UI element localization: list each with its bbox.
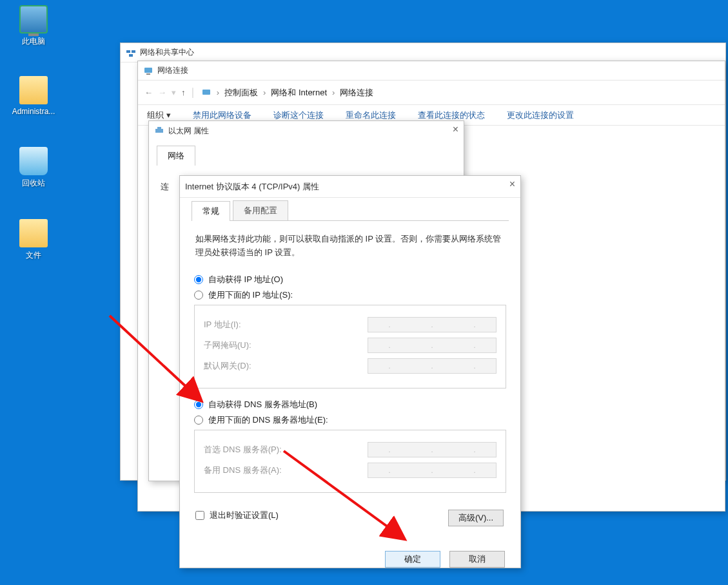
titlebar[interactable]: 网络连接 — [138, 61, 725, 81]
radio-ip-manual-label: 使用下面的 IP 地址(S): — [208, 289, 293, 301]
app-icon — [143, 66, 153, 76]
svg-rect-2 — [129, 54, 133, 57]
folder-icon — [19, 76, 48, 104]
desktop-icon-admin[interactable]: Administra... — [8, 76, 59, 116]
bc-network-internet[interactable]: 网络和 Internet — [271, 87, 327, 99]
svg-rect-0 — [126, 50, 130, 53]
adapter-icon — [154, 126, 164, 136]
radio-dns-auto-label: 自动获得 DNS 服务器地址(B) — [208, 399, 317, 410]
bc-network-connections[interactable]: 网络连接 — [340, 87, 373, 99]
toolbar-disable[interactable]: 禁用此网络设备 — [193, 110, 251, 121]
preferred-dns-label: 首选 DNS 服务器(P): — [204, 444, 368, 456]
close-icon[interactable]: × — [453, 124, 458, 135]
radio-dns-manual-label: 使用下面的 DNS 服务器地址(E): — [208, 414, 328, 426]
window-title: 网络连接 — [157, 65, 188, 76]
label: 回收站 — [8, 178, 59, 189]
ip-address-input: ... — [368, 317, 497, 332]
tabstrip: 常规 备用配置 — [192, 200, 509, 221]
toolbar-change[interactable]: 更改此连接的设置 — [507, 110, 574, 121]
validate-checkbox-row[interactable]: 退出时验证设置(L) — [195, 510, 279, 521]
folder-icon — [19, 219, 48, 247]
radio-ip-manual[interactable] — [194, 291, 203, 300]
breadcrumb: ← → ▾ ↑ │ › 控制面板 › 网络和 Internet › 网络连接 — [138, 81, 725, 105]
connect-using-label: 连 — [161, 182, 169, 191]
validate-label: 退出时验证设置(L) — [210, 510, 279, 521]
subnet-mask-label: 子网掩码(U): — [204, 340, 368, 351]
radio-ip-auto[interactable] — [194, 275, 203, 284]
tab-alternate[interactable]: 备用配置 — [233, 200, 288, 220]
radio-dns-manual[interactable] — [194, 416, 203, 425]
label: 文件 — [8, 250, 59, 261]
nav-up[interactable]: ↑ — [181, 88, 186, 97]
tabstrip: 网络 — [149, 140, 464, 166]
advanced-button[interactable]: 高级(V)... — [448, 510, 504, 526]
monitor-icon — [19, 5, 48, 34]
radio-dns-auto-row[interactable]: 自动获得 DNS 服务器地址(B) — [194, 399, 506, 410]
radio-dns-auto[interactable] — [194, 400, 203, 409]
preferred-dns-input: ... — [368, 442, 497, 457]
dialog-title: Internet 协议版本 4 (TCP/IPv4) 属性 — [185, 181, 319, 193]
toolbar-status[interactable]: 查看此连接的状态 — [418, 110, 485, 121]
window-title: 网络和共享中心 — [140, 47, 194, 58]
desktop-icon-files[interactable]: 文件 — [8, 219, 59, 261]
ok-button[interactable]: 确定 — [385, 551, 440, 568]
radio-ip-manual-row[interactable]: 使用下面的 IP 地址(S): — [194, 289, 506, 301]
radio-ip-auto-row[interactable]: 自动获得 IP 地址(O) — [194, 274, 506, 285]
cancel-button[interactable]: 取消 — [449, 551, 505, 568]
desktop-icon-this-pc[interactable]: 此电脑 — [8, 5, 59, 47]
desktop-icon-recycle[interactable]: 回收站 — [8, 147, 59, 189]
svg-rect-6 — [155, 129, 163, 133]
app-icon — [126, 48, 136, 58]
ip-address-label: IP 地址(I): — [204, 319, 368, 331]
dialog-ipv4-properties[interactable]: Internet 协议版本 4 (TCP/IPv4) 属性 × 常规 备用配置 … — [179, 175, 521, 568]
svg-rect-7 — [157, 127, 161, 129]
window-title: 以太网 属性 — [168, 126, 209, 137]
toolbar-organize[interactable]: 组织 ▾ — [147, 110, 171, 121]
titlebar[interactable]: Internet 协议版本 4 (TCP/IPv4) 属性 × — [180, 176, 520, 198]
toolbar-rename[interactable]: 重命名此连接 — [346, 110, 396, 121]
toolbar-diagnose[interactable]: 诊断这个连接 — [273, 110, 324, 121]
svg-rect-3 — [144, 68, 152, 73]
titlebar[interactable]: 网络和共享中心 — [121, 43, 725, 62]
path-icon — [201, 88, 212, 98]
tab-general[interactable]: 常规 — [192, 201, 230, 221]
nav-forward[interactable]: → — [158, 88, 166, 97]
svg-rect-1 — [132, 50, 135, 53]
tab-network[interactable]: 网络 — [157, 146, 195, 166]
titlebar[interactable]: 以太网 属性 × — [149, 121, 464, 140]
subnet-mask-input: ... — [368, 338, 497, 353]
default-gateway-label: 默认网关(D): — [204, 360, 368, 372]
validate-checkbox[interactable] — [195, 511, 204, 520]
label: Administra... — [8, 107, 59, 116]
label: 此电脑 — [8, 36, 59, 47]
radio-ip-auto-label: 自动获得 IP 地址(O) — [208, 274, 283, 285]
bc-control-panel[interactable]: 控制面板 — [224, 87, 258, 99]
radio-dns-manual-row[interactable]: 使用下面的 DNS 服务器地址(E): — [194, 414, 506, 426]
default-gateway-input: ... — [368, 358, 497, 374]
svg-rect-4 — [146, 73, 150, 75]
dns-fields-group: 首选 DNS 服务器(P): ... 备用 DNS 服务器(A): ... — [194, 430, 506, 493]
nav-back[interactable]: ← — [144, 88, 153, 97]
svg-rect-5 — [202, 90, 210, 95]
alternate-dns-label: 备用 DNS 服务器(A): — [204, 465, 368, 476]
alternate-dns-input: ... — [368, 463, 497, 478]
description-text: 如果网络支持此功能，则可以获取自动指派的 IP 设置。否则，你需要从网络系统管理… — [195, 233, 505, 260]
recycle-bin-icon — [19, 147, 48, 175]
ip-fields-group: IP 地址(I): ... 子网掩码(U): ... 默认网关(D): ... — [194, 305, 506, 388]
close-icon[interactable]: × — [509, 178, 515, 190]
